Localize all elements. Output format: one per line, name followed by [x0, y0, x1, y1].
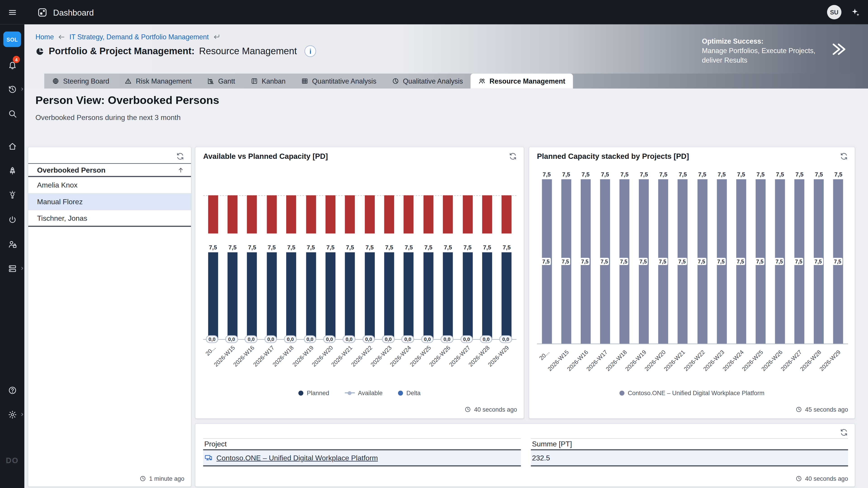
chevron-right-icon [20, 412, 24, 417]
x-axis-label: 2026-W21 [318, 344, 353, 380]
x-axis-label: 2026-W16 [553, 349, 589, 385]
last-updated: 40 seconds ago [465, 406, 517, 413]
sparkle-icon[interactable] [850, 7, 860, 17]
x-axis-label: 2026-W24 [709, 349, 745, 385]
chart-title: Available vs Planned Capacity [PD] [203, 152, 328, 160]
bar-segment-label: 7,5 [833, 258, 842, 265]
sidebar-item-access[interactable] [0, 237, 24, 251]
tab-risk-management[interactable]: Risk Management [117, 74, 199, 89]
gear-icon [7, 410, 17, 419]
persons-column-header[interactable]: Overbooked Person [28, 163, 191, 177]
available-value-label: 0,0 [245, 335, 257, 343]
bar-segment-label: 7,5 [638, 258, 648, 265]
planned-value-label: 7,5 [203, 244, 223, 251]
power-icon [7, 215, 17, 224]
persons-table: Overbooked Person Amelia Knox Manual Flo… [28, 163, 191, 227]
sidebar-item-launch[interactable] [0, 164, 24, 177]
sidebar-item-home[interactable] [0, 139, 24, 153]
refresh-icon[interactable] [840, 152, 848, 160]
planned-value-label: 7,5 [379, 244, 399, 251]
home-icon [7, 141, 17, 151]
breadcrumb-home-link[interactable]: Home [35, 33, 54, 41]
available-value-label: 0,0 [323, 335, 336, 343]
sidebar-logo-sol[interactable]: SOL [3, 32, 21, 47]
topbar: Dashboard SU [0, 0, 868, 24]
person-row[interactable]: Amelia Knox [28, 177, 191, 194]
x-axis-label: 2026-W16 [220, 344, 256, 380]
tab-kanban[interactable]: Kanban [243, 74, 293, 89]
legend-item-delta[interactable]: Delta [398, 390, 421, 396]
x-axis-label: 2026-W25 [728, 349, 764, 385]
refresh-icon[interactable] [176, 152, 184, 160]
chevron-right-icon [20, 266, 24, 271]
sidebar-item-data[interactable] [0, 262, 24, 275]
updated-text: 40 seconds ago [474, 406, 517, 413]
breadcrumb: Home IT Strategy, Demand & Portfolio Man… [35, 33, 221, 41]
planned-bar [208, 252, 218, 339]
legend-marker-delta [398, 390, 403, 395]
planned-value-label: 7,5 [242, 244, 262, 251]
sidebar-item-notifications[interactable]: 4 [0, 58, 24, 71]
tab-resource-management[interactable]: Resource Management [471, 74, 573, 89]
menu-icon[interactable] [8, 7, 17, 17]
sidebar-item-power[interactable] [0, 213, 24, 226]
tab-steering-board[interactable]: Steering Board [44, 74, 117, 89]
pcp-plot: 7,57,520...7,57,52026-W157,57,52026-W167… [537, 169, 848, 391]
person-row[interactable]: Tischner, Jonas [28, 210, 191, 227]
available-value-label: 0,0 [402, 335, 414, 343]
tab-label: Quantitative Analysis [312, 77, 376, 85]
available-value-label: 0,0 [284, 335, 297, 343]
bar-total-label: 7,5 [751, 171, 771, 177]
legend-label: Planned [307, 390, 329, 396]
refresh-icon[interactable] [840, 428, 848, 437]
person-row[interactable]: Manual Florez [28, 194, 191, 210]
pie-chart-icon [35, 47, 44, 56]
delta-bar [365, 195, 375, 233]
legend-item-planned[interactable]: Planned [299, 390, 329, 396]
clock-icon [140, 475, 146, 482]
bar-total-label: 7,5 [829, 171, 848, 177]
sidebar-item-settings[interactable] [0, 408, 24, 421]
steering-board-icon [52, 77, 59, 85]
app-logo-icon[interactable] [37, 7, 48, 18]
tab-quantitative-analysis[interactable]: Quantitative Analysis [293, 74, 384, 89]
tab-label: Risk Management [136, 77, 192, 85]
legend-item-project[interactable]: Contoso.ONE – Unified Digital Workplace … [620, 390, 765, 396]
sidebar-item-history[interactable] [0, 83, 24, 96]
info-icon[interactable]: i [305, 45, 316, 57]
tab-gantt[interactable]: Gantt [199, 74, 243, 89]
double-chevron-icon[interactable] [830, 41, 847, 57]
updated-text: 1 minute ago [149, 475, 184, 482]
sidebar-item-search[interactable] [0, 107, 24, 120]
project-link[interactable]: Contoso.ONE – Unified Digital Workplace … [217, 454, 378, 462]
x-axis-label: 2026-W26 [415, 344, 452, 380]
breadcrumb-section-link[interactable]: IT Strategy, Demand & Portfolio Manageme… [69, 33, 209, 41]
user-avatar[interactable]: SU [827, 5, 842, 20]
project-column-header[interactable]: Project [203, 438, 521, 451]
x-axis-label: 2026-W29 [806, 349, 842, 385]
clock-icon [465, 406, 471, 413]
planned-value-label: 7,5 [477, 244, 497, 251]
tab-qualitative-analysis[interactable]: Qualitative Analysis [384, 74, 471, 89]
pie-outline-icon [392, 77, 399, 85]
refresh-icon[interactable] [509, 152, 517, 160]
sidebar-item-help[interactable] [0, 383, 24, 397]
return-arrow-icon[interactable] [213, 33, 221, 41]
summe-value: 232.5 [532, 454, 550, 462]
back-arrow-icon[interactable] [58, 33, 66, 41]
available-vs-planned-chart-card: Available vs Planned Capacity [PD] 7,50,… [195, 147, 524, 419]
table-row: 232.5 [531, 450, 848, 466]
bar-total-label: 7,5 [634, 171, 654, 177]
delta-bar [463, 195, 472, 233]
chart-legend: Contoso.ONE – Unified Digital Workplace … [529, 390, 855, 396]
bar-total-label: 7,5 [673, 171, 693, 177]
summe-column-header[interactable]: Summe [PT] [531, 438, 848, 451]
tab-label: Kanban [262, 77, 286, 85]
tab-bar: Steering Board Risk Management Gantt Kan… [44, 74, 855, 89]
sidebar-item-ideas[interactable] [0, 188, 24, 201]
x-axis-label: 2026-W15 [200, 344, 236, 380]
legend-item-available[interactable]: Available [345, 390, 383, 396]
tabstrip-filler [573, 74, 855, 89]
summe-column: Summe [PT] 232.5 [531, 438, 848, 466]
clock-icon [796, 406, 802, 413]
